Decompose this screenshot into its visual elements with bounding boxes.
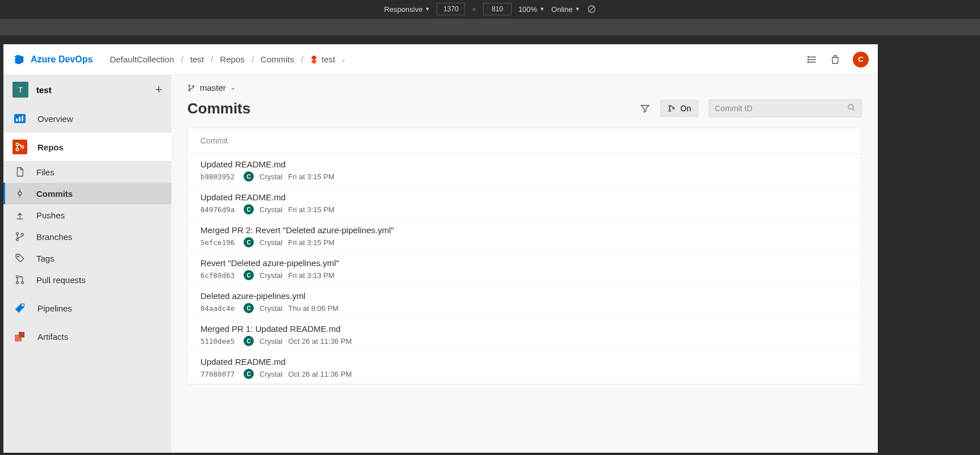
network-throttle-dropdown[interactable]: Online ▼ (551, 5, 580, 14)
breadcrumb-commits[interactable]: Commits (261, 54, 294, 64)
author-avatar: C (244, 270, 254, 280)
product-name: Azure DevOps (31, 54, 93, 65)
sub-files[interactable]: Files (3, 161, 171, 183)
sub-pull-requests-label: Pull requests (36, 275, 86, 285)
commit-time: Fri at 3:13 PM (288, 271, 334, 280)
sub-pushes-label: Pushes (36, 210, 65, 220)
branch-selector[interactable]: master ⌄ (171, 75, 878, 95)
commit-row[interactable]: Revert "Deleted azure-pipelines.yml"6cf8… (188, 252, 861, 285)
breadcrumb-project[interactable]: test (190, 54, 204, 64)
svg-rect-3 (311, 58, 317, 63)
nav-artifacts-label: Artifacts (37, 332, 68, 342)
sub-tags[interactable]: Tags (3, 247, 171, 269)
svg-point-14 (16, 143, 19, 146)
commit-row[interactable]: Updated README.md84976d9aCCrystalFri at … (188, 187, 861, 220)
nav-repos-label: Repos (37, 142, 64, 152)
list-icon[interactable] (807, 54, 818, 65)
commit-title: Updated README.md (200, 159, 849, 169)
commit-row[interactable]: Updated README.md77080077CCrystalOct 26 … (188, 351, 861, 384)
project-header[interactable]: T test + (3, 75, 171, 104)
svg-point-20 (16, 233, 19, 235)
commit-row[interactable]: Deleted azure-pipelines.yml04aadc4eCCrys… (188, 285, 861, 318)
svg-point-31 (189, 89, 190, 91)
network-label: Online (551, 5, 573, 14)
rotate-icon[interactable] (587, 5, 596, 14)
commit-author: Crystal (259, 172, 282, 181)
product-logo[interactable]: Azure DevOps (12, 53, 93, 66)
commit-hash: 77080077 (200, 370, 238, 378)
dimension-separator: × (472, 5, 476, 14)
svg-point-36 (848, 104, 853, 109)
device-mode-dropdown[interactable]: Responsive ▼ (384, 5, 430, 14)
topbar: Azure DevOps DefaultCollection / test / … (3, 44, 878, 75)
project-badge: T (12, 82, 28, 98)
author-avatar: C (244, 237, 254, 247)
nav-pipelines[interactable]: Pipelines (3, 294, 171, 322)
devtools-ruler (0, 18, 980, 35)
commit-author: Crystal (259, 205, 282, 214)
nav-artifacts[interactable]: Artifacts (3, 322, 171, 351)
commits-list: Commit Updated README.mdb9803952CCrystal… (187, 128, 862, 385)
commit-author: Crystal (259, 337, 282, 346)
commit-meta: 5efce196CCrystalFri at 3:15 PM (200, 237, 849, 247)
repo-selector-label: test (321, 54, 335, 64)
nav-repos[interactable]: Repos (3, 133, 171, 161)
user-avatar[interactable]: C (853, 52, 869, 68)
azure-devops-icon (12, 53, 25, 66)
graph-toggle-label: On (680, 104, 691, 113)
breadcrumb-separator: / (211, 54, 213, 64)
sub-commits[interactable]: Commits (3, 183, 171, 204)
author-avatar: C (244, 171, 254, 182)
commit-title: Merged PR 1: Updated README.md (200, 324, 849, 334)
svg-line-37 (852, 108, 855, 111)
svg-point-15 (16, 148, 19, 151)
zoom-dropdown[interactable]: 100% ▼ (518, 5, 545, 14)
shopping-bag-icon[interactable] (830, 54, 840, 65)
nav-overview[interactable]: Overview (3, 104, 171, 133)
commit-hash: 5110dee5 (200, 337, 238, 346)
branch-icon (15, 231, 25, 242)
commit-row[interactable]: Merged PR 2: Revert "Deleted azure-pipel… (188, 220, 861, 252)
filter-icon[interactable] (640, 103, 650, 113)
commit-author: Crystal (259, 271, 282, 280)
commit-row[interactable]: Updated README.mdb9803952CCrystalFri at … (188, 154, 861, 187)
sub-pull-requests[interactable]: Pull requests (3, 269, 171, 290)
commit-title: Deleted azure-pipelines.yml (200, 291, 849, 301)
svg-point-7 (808, 56, 809, 57)
svg-point-34 (669, 110, 671, 112)
svg-line-1 (589, 7, 594, 11)
commit-hash: 5efce196 (200, 238, 238, 247)
viewport-width-input[interactable] (437, 3, 465, 15)
svg-point-17 (18, 192, 22, 195)
commit-time: Oct 26 at 11:36 PM (288, 337, 351, 346)
commit-author: Crystal (259, 370, 282, 378)
breadcrumb-separator: / (181, 54, 183, 64)
chevron-down-icon: ⌄ (231, 84, 236, 91)
graph-toggle[interactable]: On (660, 100, 698, 117)
viewport-height-input[interactable] (483, 3, 512, 15)
repos-icon (12, 140, 27, 154)
commit-search[interactable] (709, 99, 862, 117)
sub-branches[interactable]: Branches (3, 226, 171, 247)
push-icon (15, 210, 25, 220)
commit-search-input[interactable] (715, 104, 847, 113)
breadcrumb-separator: / (301, 54, 303, 64)
commit-hash: b9803952 (200, 172, 238, 181)
svg-point-21 (16, 238, 19, 241)
commit-icon (15, 188, 25, 199)
sub-files-label: Files (36, 167, 55, 177)
svg-point-32 (192, 85, 194, 87)
caret-down-icon: ▼ (425, 6, 430, 12)
commit-hash: 04aadc4e (200, 304, 238, 313)
new-item-button[interactable]: + (155, 82, 162, 97)
author-avatar: C (244, 204, 254, 214)
commit-hash: 84976d9a (200, 205, 238, 214)
breadcrumb-repos[interactable]: Repos (220, 54, 244, 64)
repo-selector[interactable]: test ⌄ (310, 54, 346, 64)
svg-rect-11 (16, 119, 18, 121)
sub-pushes[interactable]: Pushes (3, 204, 171, 226)
nav-overview-label: Overview (37, 114, 73, 124)
commit-row[interactable]: Merged PR 1: Updated README.md5110dee5CC… (188, 318, 861, 351)
breadcrumb-collection[interactable]: DefaultCollection (110, 54, 174, 64)
sidebar: T test + Overview Repos Files (3, 75, 171, 453)
